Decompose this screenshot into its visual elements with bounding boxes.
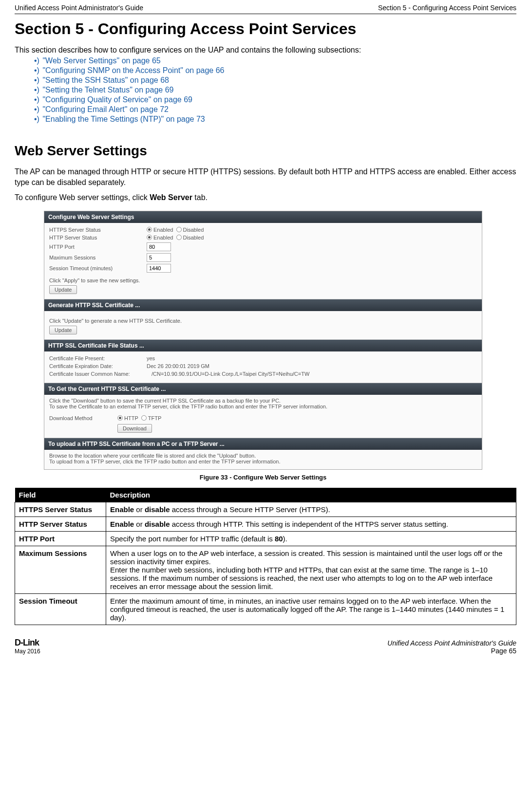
generate-cert-note: Click "Update" to generate a new HTTP SS… (49, 318, 477, 324)
session-timeout-label: Session Timeout (minutes) (49, 265, 147, 271)
radio-icon[interactable] (147, 235, 152, 240)
link-item: •) "Configuring Email Alert" on page 72 (34, 105, 516, 114)
sub-heading: Web Server Settings (15, 143, 516, 159)
field-name: HTTP Port (15, 531, 106, 546)
para-text: tab. (192, 193, 208, 202)
link-item: •) "Setting the Telnet Status" on page 6… (34, 86, 516, 94)
radio-icon[interactable] (141, 415, 147, 421)
get-cert-note: Click the "Download" button to save the … (49, 398, 477, 404)
field-name: Maximum Sessions (15, 546, 106, 593)
screenshot-panel: Configure Web Server Settings HTTPS Serv… (44, 211, 482, 470)
get-cert-header: To Get the Current HTTP SSL Certificate … (44, 383, 482, 395)
cert-exp-label: Certificate Expiration Date: (49, 363, 147, 369)
table-row: Session Timeout Enter the maximum amount… (15, 593, 516, 625)
header-rule (15, 14, 516, 14)
link-item: •) "Configuring SNMP on the Access Point… (34, 66, 516, 75)
http-port-input[interactable] (147, 242, 171, 251)
https-status-label: HTTPS Server Status (49, 227, 147, 233)
apply-note: Click "Apply" to save the new settings. (49, 277, 477, 283)
section-title: Section 5 - Configuring Access Point Ser… (15, 20, 516, 38)
intro-text: This section describes how to configure … (15, 46, 516, 55)
bullet-icon: •) (34, 105, 39, 113)
footer-page: Page 65 (387, 647, 516, 655)
field-description-table: Field Description HTTPS Server Status En… (15, 488, 516, 625)
para-bold: Web Server (150, 193, 192, 202)
bullet-icon: •) (34, 95, 39, 104)
http-option[interactable]: HTTP (124, 415, 138, 421)
disabled-option[interactable]: Disabled (183, 235, 204, 240)
paragraph: To configure Web server settings, click … (15, 192, 516, 203)
generate-cert-header: Generate HTTP SSL Certificate ... (44, 299, 482, 311)
http-port-label: HTTP Port (49, 244, 147, 250)
field-name: HTTPS Server Status (15, 502, 106, 517)
table-header-desc: Description (106, 488, 516, 502)
table-header-field: Field (15, 488, 106, 502)
session-timeout-input[interactable] (147, 264, 171, 273)
header-right: Section 5 - Configuring Access Point Ser… (378, 4, 516, 12)
radio-icon[interactable] (176, 227, 182, 232)
get-cert-note: To save the Certificate to an external T… (49, 404, 477, 409)
field-desc: Enable or disable access through a Secur… (106, 502, 516, 517)
footer-date: May 2016 (15, 648, 40, 655)
table-row: Maximum Sessions When a user logs on to … (15, 546, 516, 593)
cert-present-value: yes (147, 355, 155, 361)
link-item: •) "Enabling the Time Settings (NTP)" on… (34, 115, 516, 124)
table-row: HTTPS Server Status Enable or disable ac… (15, 502, 516, 517)
field-desc: Enter the maximum amount of time, in min… (106, 593, 516, 625)
update-button[interactable]: Update (49, 326, 77, 334)
cert-status-header: HTTP SSL Certificate File Status ... (44, 340, 482, 351)
download-method-label: Download Method (49, 415, 117, 421)
footer-guide: Unified Access Point Administrator's Gui… (387, 639, 516, 647)
download-button[interactable]: Download (117, 424, 152, 433)
tftp-option[interactable]: TFTP (148, 415, 162, 421)
field-name: Session Timeout (15, 593, 106, 625)
bullet-icon: •) (34, 86, 39, 94)
link-text[interactable]: "Configuring Quality of Service" on page… (42, 95, 192, 104)
page-footer: D-Link May 2016 Unified Access Point Adm… (15, 635, 516, 655)
paragraph: The AP can be managed through HTTP or se… (15, 166, 516, 187)
bullet-icon: •) (34, 56, 39, 65)
update-button[interactable]: Update (49, 285, 77, 294)
field-desc: Enable or disable access through HTTP. T… (106, 517, 516, 531)
cert-issuer-value: /CN=10.90.90.91/OU=D-Link Corp./L=Taipei… (152, 371, 309, 377)
link-text[interactable]: "Setting the SSH Status" on page 68 (42, 76, 169, 84)
bullet-icon: •) (34, 66, 39, 74)
radio-icon[interactable] (176, 235, 182, 240)
link-item: •) "Configuring Quality of Service" on p… (34, 95, 516, 104)
enabled-option[interactable]: Enabled (153, 227, 173, 233)
radio-icon[interactable] (117, 415, 123, 421)
field-name: HTTP Server Status (15, 517, 106, 531)
upload-cert-header: To upload a HTTP SSL Certificate from a … (44, 438, 482, 450)
radio-icon[interactable] (147, 227, 152, 232)
http-status-label: HTTP Server Status (49, 235, 147, 240)
field-desc: Specify the port number for HTTP traffic… (106, 531, 516, 546)
header-left: Unified Access Point Administrator's Gui… (15, 4, 143, 12)
screenshot-titlebar: Configure Web Server Settings (44, 211, 482, 223)
link-text[interactable]: "Configuring Email Alert" on page 72 (42, 105, 169, 113)
bullet-icon: •) (34, 115, 39, 123)
link-text[interactable]: "Web Server Settings" on page 65 (42, 56, 160, 65)
link-text[interactable]: "Setting the Telnet Status" on page 69 (42, 86, 173, 94)
upload-note: To upload from a TFTP server, click the … (49, 459, 477, 464)
figure-caption: Figure 33 - Configure Web Server Setting… (44, 474, 482, 481)
field-desc: When a user logs on to the AP web interf… (106, 546, 516, 593)
max-sessions-label: Maximum Sessions (49, 255, 147, 260)
upload-note: Browse to the location where your certif… (49, 453, 477, 459)
cert-present-label: Certificate File Present: (49, 355, 147, 361)
table-row: HTTP Port Specify the port number for HT… (15, 531, 516, 546)
link-item: •) "Setting the SSH Status" on page 68 (34, 76, 516, 85)
link-text[interactable]: "Configuring SNMP on the Access Point" o… (42, 66, 224, 74)
link-item: •) "Web Server Settings" on page 65 (34, 56, 516, 65)
cert-issuer-label: Certificate Issuer Common Name: (49, 371, 152, 377)
para-text: To configure Web server settings, click (15, 193, 150, 202)
table-row: HTTP Server Status Enable or disable acc… (15, 517, 516, 531)
bullet-icon: •) (34, 76, 39, 84)
max-sessions-input[interactable] (147, 253, 171, 262)
cert-exp-value: Dec 26 20:00:01 2019 GM (147, 363, 209, 369)
link-text[interactable]: "Enabling the Time Settings (NTP)" on pa… (42, 115, 205, 123)
disabled-option[interactable]: Disabled (183, 227, 204, 233)
enabled-option[interactable]: Enabled (153, 235, 173, 240)
logo: D-Link (15, 638, 40, 648)
